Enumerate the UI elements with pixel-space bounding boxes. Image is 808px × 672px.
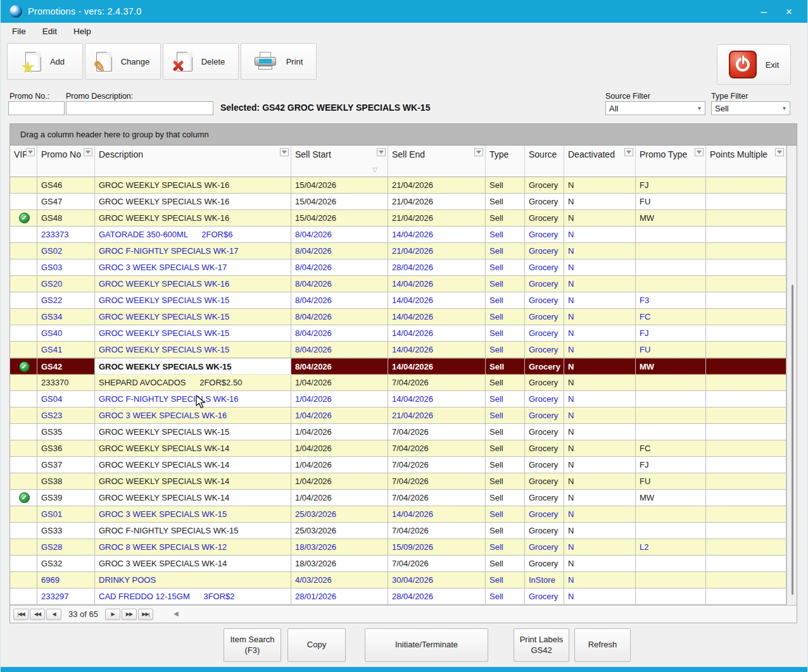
type-filter-dropdown[interactable]: Sell ▼ bbox=[711, 101, 790, 115]
promo-no-cell[interactable]: GS03 bbox=[37, 259, 95, 276]
promo-no-cell[interactable]: GS46 bbox=[37, 177, 95, 194]
filter-icon[interactable] bbox=[377, 148, 386, 156]
menu-help[interactable]: Help bbox=[73, 27, 91, 36]
deactivated-cell[interactable]: N bbox=[564, 556, 636, 572]
sell-end-cell[interactable]: 14/04/2026 bbox=[388, 342, 486, 358]
source-cell[interactable]: Grocery bbox=[525, 227, 564, 243]
filter-icon[interactable] bbox=[624, 148, 633, 156]
description-cell[interactable]: GROC F-NIGHTLY SPECIALS WK-17 bbox=[95, 243, 291, 259]
deactivated-cell[interactable]: N bbox=[564, 424, 636, 440]
filter-icon[interactable] bbox=[84, 148, 92, 156]
promo-type-cell[interactable] bbox=[636, 506, 706, 523]
footer-button-refresh[interactable]: Refresh bbox=[574, 628, 631, 662]
deactivated-cell[interactable]: N bbox=[564, 457, 636, 473]
sell-start-cell[interactable]: 8/04/2026 bbox=[291, 325, 388, 342]
exit-button[interactable]: Exit bbox=[717, 44, 791, 85]
deactivated-cell[interactable]: N bbox=[564, 490, 636, 506]
points-multiple-cell[interactable] bbox=[706, 473, 786, 490]
promo-type-cell[interactable]: MW bbox=[636, 210, 706, 227]
sell-start-cell[interactable]: 8/04/2026 bbox=[291, 309, 388, 325]
vertical-scrollbar-thumb[interactable] bbox=[792, 285, 793, 595]
table-row-gs38[interactable]: GS38GROC WEEKLY SPECIALS WK-141/04/20267… bbox=[10, 473, 786, 490]
vip-cell[interactable] bbox=[10, 424, 37, 440]
type-cell[interactable]: Sell bbox=[486, 440, 525, 457]
points-multiple-cell[interactable] bbox=[706, 490, 786, 506]
type-cell[interactable]: Sell bbox=[486, 490, 525, 506]
source-cell[interactable]: Grocery bbox=[525, 440, 564, 457]
promo-type-cell[interactable]: FC bbox=[636, 440, 706, 457]
vip-cell[interactable] bbox=[10, 325, 37, 342]
source-cell[interactable]: Grocery bbox=[525, 358, 564, 375]
footer-button-initiate-terminate[interactable]: Initiate/Terminate bbox=[365, 628, 488, 662]
next-record-button[interactable]: ▶ bbox=[105, 609, 120, 620]
source-cell[interactable]: Grocery bbox=[525, 408, 564, 424]
description-cell[interactable]: GROC WEEKLY SPECIALS WK-15 bbox=[95, 358, 291, 375]
type-cell[interactable]: Sell bbox=[486, 588, 525, 605]
sell-end-cell[interactable]: 21/04/2026 bbox=[388, 177, 486, 194]
type-cell[interactable]: Sell bbox=[486, 473, 525, 490]
promo-no-cell[interactable]: 6969 bbox=[37, 572, 95, 588]
sell-end-cell[interactable]: 7/04/2026 bbox=[388, 424, 486, 440]
promo-type-cell[interactable] bbox=[636, 391, 706, 408]
points-multiple-cell[interactable] bbox=[706, 309, 786, 325]
vip-cell[interactable] bbox=[10, 408, 37, 424]
promo-no-cell[interactable]: GS41 bbox=[37, 342, 95, 358]
description-cell[interactable]: GROC WEEKLY SPECIALS WK-15 bbox=[95, 292, 291, 309]
sell-end-cell[interactable]: 21/04/2026 bbox=[388, 210, 486, 227]
table-row-gs02[interactable]: GS02GROC F-NIGHTLY SPECIALS WK-178/04/20… bbox=[10, 243, 786, 259]
sell-start-cell[interactable]: 8/04/2026 bbox=[291, 342, 388, 358]
promo-no-cell[interactable]: GS39 bbox=[37, 490, 95, 506]
source-cell[interactable]: Grocery bbox=[525, 391, 564, 408]
last-record-button[interactable]: ▶▶| bbox=[138, 609, 153, 620]
deactivated-cell[interactable]: N bbox=[564, 523, 636, 539]
sell-start-cell[interactable]: 15/04/2026 bbox=[291, 194, 388, 210]
first-record-button[interactable]: |◀◀ bbox=[13, 609, 28, 620]
source-cell[interactable]: Grocery bbox=[525, 506, 564, 523]
source-cell[interactable]: Grocery bbox=[525, 243, 564, 259]
points-multiple-cell[interactable] bbox=[706, 292, 786, 309]
source-cell[interactable]: Grocery bbox=[525, 342, 564, 358]
source-cell[interactable]: Grocery bbox=[525, 177, 564, 194]
sell-end-cell[interactable]: 15/09/2026 bbox=[388, 539, 486, 556]
source-cell[interactable]: Grocery bbox=[525, 556, 564, 572]
points-multiple-cell[interactable] bbox=[706, 259, 786, 276]
points-multiple-cell[interactable] bbox=[706, 523, 786, 539]
vip-cell[interactable] bbox=[10, 276, 37, 292]
sell-end-cell[interactable]: 21/04/2026 bbox=[388, 194, 486, 210]
source-cell[interactable]: Grocery bbox=[525, 309, 564, 325]
table-row-233373[interactable]: 233373GATORADE 350-600ML 2FOR$68/04/2026… bbox=[10, 227, 786, 243]
points-multiple-cell[interactable] bbox=[706, 391, 786, 408]
sell-end-cell[interactable]: 7/04/2026 bbox=[388, 375, 486, 391]
table-row-gs40[interactable]: GS40GROC WEEKLY SPECIALS WK-158/04/20261… bbox=[10, 325, 786, 342]
column-header-type[interactable]: Type bbox=[486, 146, 525, 177]
hscroll-left-icon[interactable]: ◀ bbox=[174, 610, 179, 617]
sell-end-cell[interactable]: 28/04/2026 bbox=[388, 259, 486, 276]
type-cell[interactable]: Sell bbox=[486, 292, 525, 309]
column-header-sell-start[interactable]: Sell Start▽ bbox=[291, 146, 388, 177]
menu-file[interactable]: File bbox=[12, 27, 26, 36]
vip-cell[interactable] bbox=[10, 506, 37, 523]
promo-type-cell[interactable]: MW bbox=[636, 358, 706, 375]
sell-start-cell[interactable]: 1/04/2026 bbox=[291, 391, 388, 408]
deactivated-cell[interactable]: N bbox=[564, 194, 636, 210]
promo-no-cell[interactable]: GS04 bbox=[37, 391, 95, 408]
description-cell[interactable]: DRINKY POOS bbox=[95, 572, 291, 588]
promo-no-cell[interactable]: GS28 bbox=[37, 539, 95, 556]
table-row-gs04[interactable]: GS04GROC F-NIGHTLY SPECIALS WK-161/04/20… bbox=[10, 391, 786, 408]
table-row-gs37[interactable]: GS37GROC WEEKLY SPECIALS WK-141/04/20267… bbox=[10, 457, 786, 473]
sell-end-cell[interactable]: 14/04/2026 bbox=[388, 358, 486, 375]
points-multiple-cell[interactable] bbox=[706, 424, 786, 440]
type-cell[interactable]: Sell bbox=[486, 309, 525, 325]
points-multiple-cell[interactable] bbox=[706, 342, 786, 358]
description-cell[interactable]: CAD FREDDO 12-15GM 3FOR$2 bbox=[95, 588, 291, 605]
description-cell[interactable]: GROC WEEKLY SPECIALS WK-15 bbox=[95, 342, 291, 358]
points-multiple-cell[interactable] bbox=[706, 227, 786, 243]
deactivated-cell[interactable]: N bbox=[564, 342, 636, 358]
group-by-bar[interactable]: Drag a column header here to group by th… bbox=[10, 124, 797, 146]
table-row-gs20[interactable]: GS20GROC WEEKLY SPECIALS WK-168/04/20261… bbox=[10, 276, 786, 292]
table-row-gs34[interactable]: GS34GROC WEEKLY SPECIALS WK-158/04/20261… bbox=[10, 309, 786, 325]
vip-cell[interactable]: ✓ bbox=[10, 210, 37, 227]
sell-start-cell[interactable]: 8/04/2026 bbox=[291, 227, 388, 243]
source-cell[interactable]: Grocery bbox=[525, 523, 564, 539]
promo-no-cell[interactable]: GS34 bbox=[37, 309, 95, 325]
